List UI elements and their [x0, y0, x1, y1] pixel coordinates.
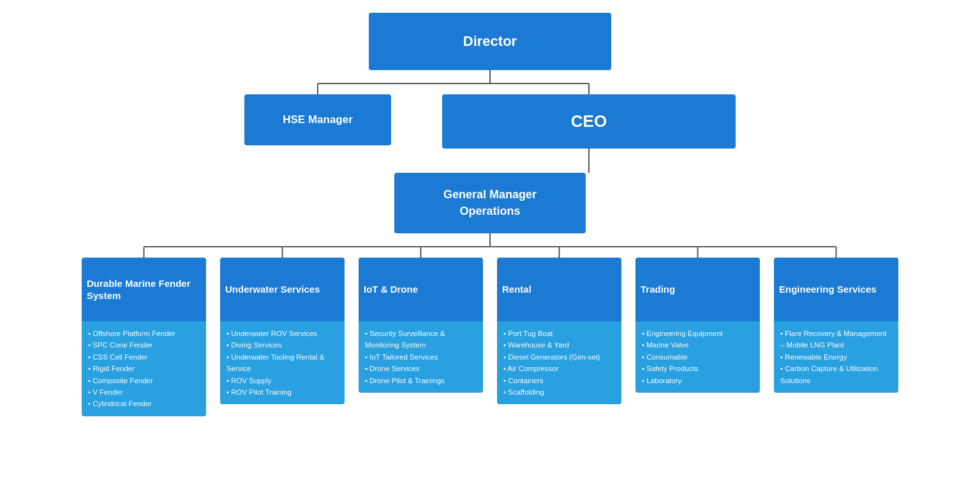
- dept-trading-detail: Engineering Equipment Marine Valve Consu…: [635, 321, 760, 393]
- gmo-node: General Manager Operations: [394, 173, 586, 233]
- dept-rental-detail: Port Tug Boat Warehouse & Yard Diesel Ge…: [497, 321, 621, 404]
- chart-outer: Director HSE Manager CEO General Manager…: [11, 13, 969, 416]
- dept-engineering-header: Engineering Services: [774, 258, 898, 321]
- list-item: Security Surveillance & Monitoring Syste…: [365, 328, 477, 351]
- dept-rental-header: Rental: [497, 258, 621, 321]
- list-item: Consumable: [642, 351, 754, 363]
- spacer-2: [11, 149, 969, 173]
- dept-iot: IoT & Drone Security Surveillance & Moni…: [359, 258, 483, 416]
- list-item: Underwater Tooling Rental & Service: [226, 351, 338, 375]
- hse-label: HSE Manager: [283, 113, 353, 126]
- list-item: Composite Fender: [88, 375, 200, 386]
- dept-durable: Durable Marine Fender System Offshore Pl…: [82, 258, 206, 416]
- dept-iot-detail: Security Surveillance & Monitoring Syste…: [359, 321, 483, 393]
- spacer-3: [11, 233, 969, 258]
- hse-node: HSE Manager: [244, 94, 391, 145]
- list-item: Cylindrical Fender: [88, 398, 200, 409]
- director-node: Director: [369, 13, 611, 70]
- dept-underwater: Underwater Services Underwater ROV Servi…: [220, 258, 345, 416]
- dept-iot-header: IoT & Drone: [359, 258, 483, 321]
- list-item: Drone Services: [365, 363, 477, 374]
- list-item: ROV Pilot Training: [226, 386, 338, 398]
- list-item: Safety Products: [642, 363, 754, 374]
- list-item: Renewable Energy: [780, 351, 892, 363]
- dept-underwater-header: Underwater Services: [220, 258, 345, 321]
- row-director: Director: [11, 13, 969, 70]
- gmo-label: General Manager Operations: [443, 187, 537, 219]
- list-item: Drone Pilot & Trainings: [365, 375, 477, 386]
- list-item: Engineering Equipment: [642, 328, 754, 339]
- list-item: Laboratory: [642, 375, 754, 386]
- spacer-1: [11, 70, 969, 94]
- bottom-row: Durable Marine Fender System Offshore Pl…: [11, 258, 969, 416]
- dept-engineering-detail: Flare Recovery & Management – Mobile LNG…: [774, 321, 898, 393]
- director-label: Director: [463, 33, 517, 50]
- dept-underwater-detail: Underwater ROV Services Diving Services …: [220, 321, 345, 404]
- dept-trading-header: Trading: [635, 258, 760, 321]
- dept-durable-header: Durable Marine Fender System: [82, 258, 206, 321]
- ceo-node: CEO: [442, 94, 736, 149]
- list-item: Warehouse & Yard: [503, 339, 615, 351]
- row-gmo: General Manager Operations: [11, 173, 969, 233]
- dept-trading: Trading Engineering Equipment Marine Val…: [635, 258, 760, 416]
- dept-rental: Rental Port Tug Boat Warehouse & Yard Di…: [497, 258, 621, 416]
- list-item: Offshore Platform Fender: [88, 328, 200, 339]
- row-l2: HSE Manager CEO: [11, 94, 969, 149]
- list-item: Underwater ROV Services: [226, 328, 338, 339]
- list-item: Rigid Fender: [88, 363, 200, 374]
- list-item: SPC Cone Fender: [88, 339, 200, 351]
- list-item: Port Tug Boat: [503, 328, 615, 339]
- list-item: ROV Supply: [226, 375, 338, 386]
- list-item: Scaffolding: [503, 386, 615, 398]
- org-chart: Director HSE Manager CEO General Manager…: [0, 0, 980, 429]
- list-item: Air Compressor: [503, 363, 615, 374]
- list-item: Diving Services: [226, 339, 338, 351]
- list-item: Diesel Generators (Gen-set): [503, 351, 615, 363]
- dept-durable-detail: Offshore Platform Fender SPC Cone Fender…: [82, 321, 206, 416]
- list-item: Carbon Capture & Utilization Solutions: [780, 363, 892, 386]
- list-item: Containers: [503, 375, 615, 386]
- list-item: V Fender: [88, 386, 200, 398]
- list-item: Flare Recovery & Management – Mobile LNG…: [780, 328, 892, 351]
- ceo-label: CEO: [571, 112, 607, 131]
- dept-engineering: Engineering Services Flare Recovery & Ma…: [774, 258, 898, 416]
- list-item: Marine Valve: [642, 339, 754, 351]
- list-item: IoT Tailored Services: [365, 351, 477, 363]
- list-item: CSS Cell Fender: [88, 351, 200, 363]
- nodes-layer: Director HSE Manager CEO General Manager…: [11, 13, 969, 416]
